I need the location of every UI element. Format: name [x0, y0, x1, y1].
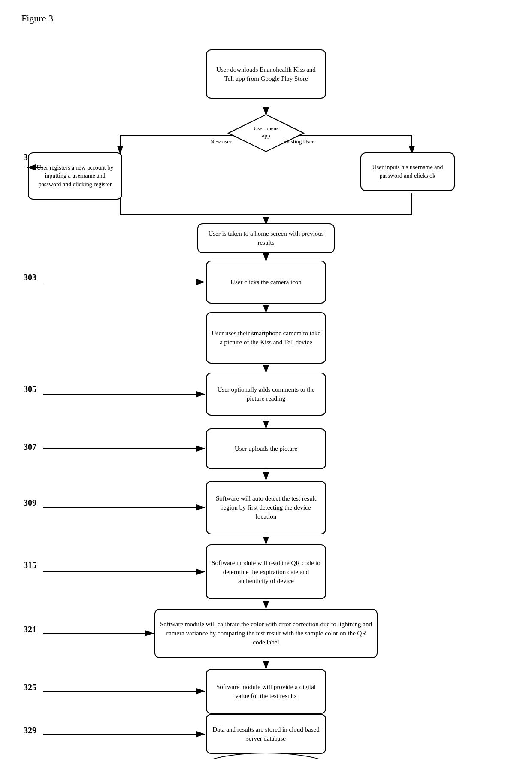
step-label-321: 321 [24, 625, 36, 635]
box-existing-user-login: User inputs his username and password an… [360, 152, 455, 191]
box-digital-value: Software module will provide a digital v… [206, 669, 326, 714]
step-label-307: 307 [24, 442, 36, 452]
box-camera-icon: User clicks the camera icon [206, 261, 326, 304]
existing-user-label: Existing User [283, 138, 314, 145]
box-qr-code: Software module will read the QR code to… [206, 544, 326, 599]
step-label-305: 305 [24, 384, 36, 394]
step-label-303: 303 [24, 273, 36, 282]
step-label-309: 309 [24, 498, 36, 508]
new-user-label: 301 New user [210, 138, 231, 145]
box-auto-detect: Software will auto detect the test resul… [206, 481, 326, 534]
box-download-app: User downloads Enanohealth Kiss and Tell… [206, 49, 326, 99]
box-register-account: User registers a new account by inputtin… [28, 152, 122, 200]
step-label-329: 329 [24, 726, 36, 735]
box-take-picture: User uses their smartphone camera to tak… [206, 312, 326, 364]
step-label-325: 325 [24, 683, 36, 692]
diamond-opens-app: User opens app [227, 114, 305, 152]
step-label-315: 315 [24, 560, 36, 570]
box-upload-picture: User uploads the picture [206, 428, 326, 469]
box-home-screen: User is taken to a home screen with prev… [197, 223, 335, 253]
box-cloud-storage: Data and results are stored in cloud bas… [206, 714, 326, 754]
svg-text:app: app [262, 132, 270, 139]
svg-text:User opens: User opens [254, 125, 278, 131]
page-title: Figure 3 [21, 13, 53, 24]
box-add-comments: User optionally adds comments to the pic… [206, 373, 326, 416]
box-calibrate-color: Software module will calibrate the color… [154, 609, 378, 658]
